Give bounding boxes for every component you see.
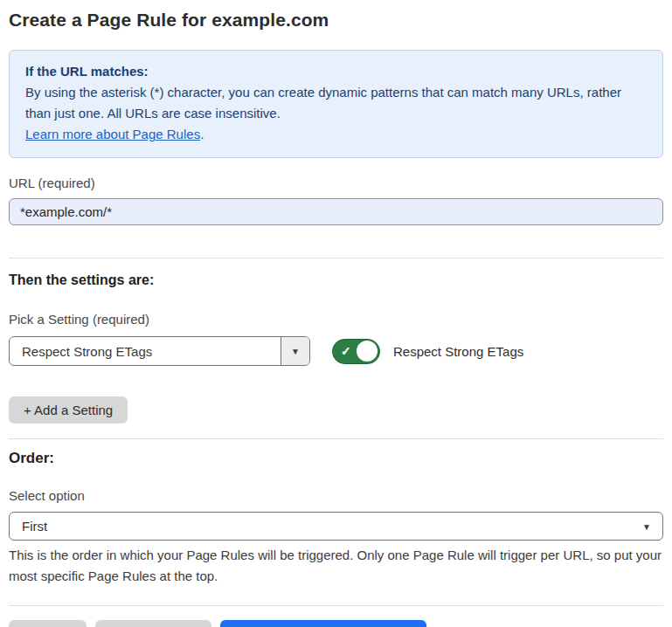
toggle-label: Respect Strong ETags	[393, 344, 523, 359]
setting-select-arrow-box[interactable]: ▼	[281, 337, 309, 365]
link-suffix: .	[200, 127, 204, 141]
chevron-down-icon: ▼	[291, 347, 300, 356]
respect-strong-etags-toggle[interactable]: ✓	[332, 339, 380, 364]
page-title: Create a Page Rule for example.com	[9, 9, 663, 31]
url-match-info-box: If the URL matches: By using the asteris…	[9, 50, 663, 158]
info-box-heading: If the URL matches:	[25, 61, 647, 82]
section-divider	[9, 438, 663, 439]
order-select[interactable]: First ▼	[9, 512, 663, 541]
setting-select[interactable]: Respect Strong ETags ▼	[9, 336, 310, 366]
save-as-draft-button[interactable]: Save as Draft	[95, 620, 211, 627]
info-box-link-line: Learn more about Page Rules.	[25, 124, 647, 145]
save-and-deploy-button[interactable]: Save and Deploy Page Rule	[220, 620, 426, 627]
info-box-body: By using the asterisk (*) character, you…	[25, 82, 647, 124]
order-select-value: First	[22, 519, 47, 534]
check-icon: ✓	[341, 345, 351, 357]
toggle-knob	[357, 341, 378, 362]
footer-actions: Cancel Save as Draft Save and Deploy Pag…	[9, 620, 663, 627]
create-page-rule-form: Create a Page Rule for example.com If th…	[0, 0, 672, 627]
setting-picker-label: Pick a Setting (required)	[9, 311, 663, 327]
url-input[interactable]	[9, 198, 663, 225]
order-select-label: Select option	[9, 487, 663, 504]
section-divider	[9, 258, 663, 258]
learn-more-link[interactable]: Learn more about Page Rules	[25, 127, 200, 141]
settings-section-heading: Then the settings are:	[9, 272, 663, 289]
url-field-label: URL (required)	[9, 175, 663, 191]
order-section-heading: Order:	[9, 450, 663, 467]
footer-divider	[9, 605, 663, 606]
add-setting-button[interactable]: + Add a Setting	[9, 396, 128, 424]
order-help-text: This is the order in which your Page Rul…	[9, 545, 663, 587]
chevron-down-icon: ▼	[642, 521, 651, 531]
setting-select-value: Respect Strong ETags	[10, 337, 281, 365]
cancel-button[interactable]: Cancel	[9, 620, 87, 627]
setting-row: Respect Strong ETags ▼ ✓ Respect Strong …	[9, 336, 663, 366]
